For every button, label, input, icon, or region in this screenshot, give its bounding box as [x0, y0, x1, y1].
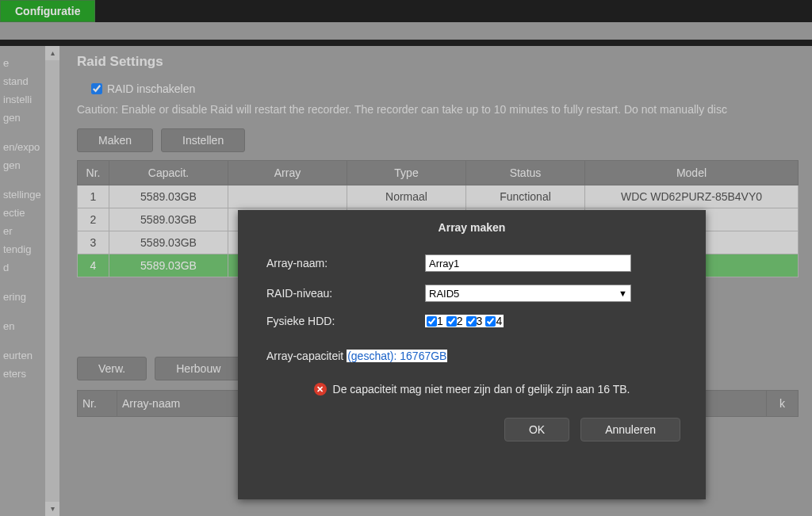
- hdd-check-3[interactable]: 3: [465, 315, 485, 327]
- label-physical-hdd: Fysieke HDD:: [266, 315, 425, 327]
- col2-nr: Nr.: [78, 391, 117, 417]
- capacity-highlight: (geschat): 16767GB: [347, 350, 447, 362]
- tab-configuration[interactable]: Configuratie: [0, 0, 95, 22]
- sidebar-item[interactable]: gen: [0, 109, 45, 127]
- label-raid-level: RAID-niveau:: [266, 287, 425, 300]
- sidebar-item[interactable]: d: [0, 258, 45, 277]
- hdd-num: 4: [496, 315, 502, 327]
- sidebar-item[interactable]: gen: [0, 156, 45, 174]
- sidebar-item[interactable]: e: [0, 54, 45, 72]
- col2-tail: k: [767, 391, 799, 417]
- col-nr: Nr.: [78, 161, 109, 185]
- cell-cap: 5589.03GB: [109, 231, 228, 254]
- sidebar-item[interactable]: en/expo: [0, 138, 45, 156]
- sidebar-item[interactable]: eurten: [0, 346, 45, 365]
- array-name-input[interactable]: [425, 254, 631, 272]
- label-array-name: Array-naam:: [266, 257, 425, 269]
- chevron-down-icon: ▼: [619, 289, 627, 298]
- sidebar-spacer: [0, 127, 45, 138]
- hdd-num: 2: [457, 315, 463, 327]
- sidebar-item[interactable]: ering: [0, 288, 45, 306]
- cell-nr: 4: [78, 254, 109, 277]
- col-array: Array: [228, 161, 347, 185]
- scroll-down-icon[interactable]: ▾: [45, 502, 59, 516]
- caution-text: Caution: Enable or disable Raid will res…: [77, 103, 795, 116]
- cell-nr: 3: [78, 231, 109, 254]
- col-model: Model: [585, 161, 799, 185]
- scroll-up-icon[interactable]: ▴: [45, 46, 59, 60]
- cell-cap: 5589.03GB: [109, 208, 228, 231]
- raid-enable-checkbox[interactable]: [91, 83, 102, 94]
- error-text: De capaciteit mag niet meer zijn dan of …: [333, 383, 630, 396]
- sidebar-item[interactable]: er: [0, 222, 45, 240]
- sidebar-item[interactable]: ectie: [0, 204, 45, 222]
- hdd-check-4[interactable]: 4: [484, 315, 504, 327]
- top-separator: [0, 22, 812, 40]
- cell-cap: 5589.03GB: [109, 185, 228, 208]
- sidebar-scrollbar[interactable]: ▴ ▾: [45, 46, 59, 516]
- capacity-row: Array-capaciteit (geschat): 16767GB: [238, 334, 706, 362]
- sidebar-item[interactable]: en: [0, 317, 45, 335]
- sidebar-item[interactable]: tendig: [0, 240, 45, 258]
- col-type: Type: [347, 161, 466, 185]
- sidebar-item[interactable]: instelli: [0, 90, 45, 109]
- ok-button[interactable]: OK: [504, 418, 569, 441]
- hdd-num: 3: [477, 315, 483, 327]
- cell-status: Functional: [466, 185, 585, 208]
- sidebar-item[interactable]: stellinge: [0, 185, 45, 204]
- cell-type: Normaal: [347, 185, 466, 208]
- cancel-button[interactable]: Annuleren: [580, 418, 680, 441]
- sidebar-spacer: [0, 277, 45, 288]
- table-row[interactable]: 1 5589.03GB Normaal Functional WDC WD62P…: [78, 185, 799, 208]
- sidebar: ▴ ▾ e stand instelli gen en/expo gen ste…: [0, 46, 59, 516]
- sidebar-item[interactable]: eters: [0, 365, 45, 383]
- raid-level-select[interactable]: RAID5 ▼: [425, 285, 631, 302]
- delete-button[interactable]: Verw.: [77, 357, 147, 380]
- error-icon: ✕: [314, 383, 327, 396]
- set-button[interactable]: Instellen: [161, 128, 245, 152]
- rebuild-button[interactable]: Herbouw: [155, 357, 242, 380]
- sidebar-spacer: [0, 174, 45, 185]
- hdd-check-1[interactable]: 1: [425, 315, 445, 327]
- sidebar-spacer: [0, 306, 45, 317]
- capacity-prefix: Array-capaciteit: [266, 350, 347, 362]
- hdd-num: 1: [437, 315, 443, 327]
- cell-array: [228, 185, 347, 208]
- col-status: Status: [466, 161, 585, 185]
- cell-nr: 2: [78, 208, 109, 231]
- cell-cap: 5589.03GB: [109, 254, 228, 277]
- make-button[interactable]: Maken: [77, 128, 153, 152]
- col-cap: Capacit.: [109, 161, 228, 185]
- sidebar-spacer: [0, 335, 45, 346]
- top-black-strip: [0, 40, 812, 46]
- modal-title: Array maken: [238, 210, 706, 248]
- raid-level-value: RAID5: [429, 288, 459, 300]
- page-title: Raid Settings: [77, 54, 795, 70]
- hdd-check-2[interactable]: 2: [445, 315, 465, 327]
- cell-nr: 1: [78, 185, 109, 208]
- sidebar-item[interactable]: stand: [0, 72, 45, 90]
- cell-model: WDC WD62PURZ-85B4VY0: [585, 185, 799, 208]
- raid-enable-label: RAID inschakelen: [107, 82, 195, 95]
- create-array-modal: Array maken Array-naam: RAID-niveau: RAI…: [238, 210, 706, 499]
